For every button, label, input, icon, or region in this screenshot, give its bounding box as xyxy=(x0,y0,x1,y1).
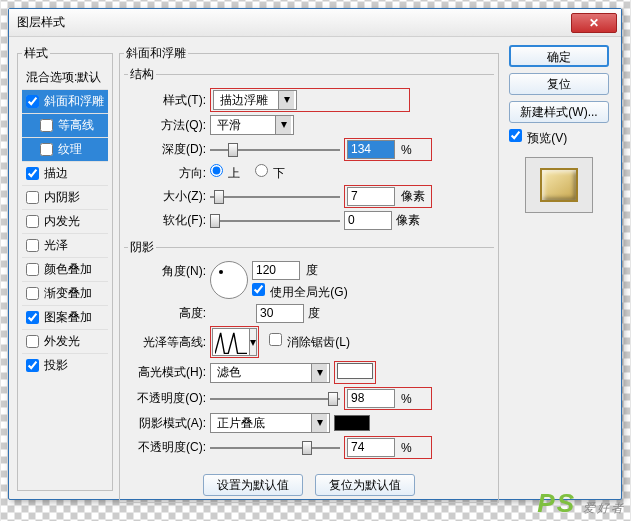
styles-list: 混合选项:默认斜面和浮雕等高线纹理描边内阴影内发光光泽颜色叠加渐变叠加图案叠加外… xyxy=(22,66,108,377)
layer-style-dialog: 图层样式 ✕ 样式 混合选项:默认斜面和浮雕等高线纹理描边内阴影内发光光泽颜色叠… xyxy=(8,8,622,500)
style-label: 样式(T): xyxy=(128,92,206,109)
dialog-title: 图层样式 xyxy=(17,14,571,31)
highlight-opacity-slider[interactable] xyxy=(210,390,340,408)
style-item-checkbox[interactable] xyxy=(40,143,53,156)
style-item-checkbox[interactable] xyxy=(26,335,39,348)
technique-dropdown[interactable]: 平滑 ▾ xyxy=(210,115,294,135)
direction-down-radio[interactable]: 下 xyxy=(255,164,285,182)
style-item-checkbox[interactable] xyxy=(26,215,39,228)
style-item-label: 纹理 xyxy=(58,141,82,158)
style-item[interactable]: 斜面和浮雕 xyxy=(22,89,108,113)
style-item[interactable]: 投影 xyxy=(22,353,108,377)
style-item-label: 描边 xyxy=(44,165,68,182)
global-light-checkbox[interactable]: 使用全局光(G) xyxy=(252,283,348,301)
style-item[interactable]: 内发光 xyxy=(22,209,108,233)
antialias-checkbox[interactable]: 消除锯齿(L) xyxy=(269,333,350,351)
make-default-button[interactable]: 设置为默认值 xyxy=(203,474,303,496)
style-item-label: 颜色叠加 xyxy=(44,261,92,278)
soften-label: 软化(F): xyxy=(128,212,206,229)
ok-button[interactable]: 确定 xyxy=(509,45,609,67)
shadow-mode-label: 阴影模式(A): xyxy=(128,415,206,432)
altitude-unit: 度 xyxy=(308,305,320,322)
highlight-mode-dropdown[interactable]: 滤色 ▾ xyxy=(210,363,330,383)
soften-slider[interactable] xyxy=(210,212,340,230)
highlight-color-swatch[interactable] xyxy=(337,363,373,379)
cancel-button[interactable]: 复位 xyxy=(509,73,609,95)
style-item[interactable]: 渐变叠加 xyxy=(22,281,108,305)
style-item-checkbox[interactable] xyxy=(26,95,39,108)
shadow-opacity-unit: % xyxy=(401,441,429,455)
highlight-opacity-label: 不透明度(O): xyxy=(128,390,206,407)
bevel-panel: 斜面和浮雕 结构 样式(T): 描边浮雕 ▾ xyxy=(119,45,499,503)
style-item-label: 斜面和浮雕 xyxy=(44,93,104,110)
depth-unit: % xyxy=(401,143,429,157)
styles-legend: 样式 xyxy=(22,45,50,62)
angle-label: 角度(N): xyxy=(128,261,206,280)
style-dropdown[interactable]: 描边浮雕 ▾ xyxy=(213,90,297,110)
altitude-input[interactable]: 30 xyxy=(256,304,304,323)
chevron-down-icon: ▾ xyxy=(275,116,291,134)
shading-legend: 阴影 xyxy=(128,239,156,256)
style-item-checkbox[interactable] xyxy=(26,239,39,252)
style-item-label: 内阴影 xyxy=(44,189,80,206)
style-item-checkbox[interactable] xyxy=(26,311,39,324)
reset-default-button[interactable]: 复位为默认值 xyxy=(315,474,415,496)
style-item-checkbox[interactable] xyxy=(26,359,39,372)
shadow-color-swatch[interactable] xyxy=(334,415,370,431)
structure-legend: 结构 xyxy=(128,66,156,83)
styles-panel: 样式 混合选项:默认斜面和浮雕等高线纹理描边内阴影内发光光泽颜色叠加渐变叠加图案… xyxy=(17,45,113,491)
gloss-label: 光泽等高线: xyxy=(128,334,206,351)
preview-checkbox[interactable]: 预览(V) xyxy=(509,129,567,147)
style-item-checkbox[interactable] xyxy=(26,191,39,204)
highlight-opacity-unit: % xyxy=(401,392,429,406)
structure-group: 结构 样式(T): 描边浮雕 ▾ 方法(Q): xyxy=(124,66,494,235)
angle-input[interactable]: 120 xyxy=(252,261,300,280)
style-item[interactable]: 图案叠加 xyxy=(22,305,108,329)
style-item-label: 图案叠加 xyxy=(44,309,92,326)
style-item[interactable]: 描边 xyxy=(22,161,108,185)
preview-thumbnail xyxy=(525,157,593,213)
gloss-contour-picker[interactable] xyxy=(212,328,250,356)
style-item[interactable]: 等高线 xyxy=(22,113,108,137)
size-input[interactable]: 7 xyxy=(347,187,395,206)
chevron-down-icon: ▾ xyxy=(311,414,327,432)
style-item[interactable]: 颜色叠加 xyxy=(22,257,108,281)
style-item-checkbox[interactable] xyxy=(40,119,53,132)
highlight-mode-label: 高光模式(H): xyxy=(128,364,206,381)
bevel-legend: 斜面和浮雕 xyxy=(124,45,188,62)
size-unit: 像素 xyxy=(401,188,429,205)
close-button[interactable]: ✕ xyxy=(571,13,617,33)
depth-input[interactable]: 134 xyxy=(347,140,395,159)
altitude-label: 高度: xyxy=(128,305,206,322)
shadow-opacity-label: 不透明度(C): xyxy=(128,439,206,456)
chevron-down-icon[interactable]: ▾ xyxy=(250,328,257,356)
new-style-button[interactable]: 新建样式(W)... xyxy=(509,101,609,123)
style-item[interactable]: 光泽 xyxy=(22,233,108,257)
soften-input[interactable]: 0 xyxy=(344,211,392,230)
style-item-label: 光泽 xyxy=(44,237,68,254)
style-item[interactable]: 内阴影 xyxy=(22,185,108,209)
shadow-mode-dropdown[interactable]: 正片叠底 ▾ xyxy=(210,413,330,433)
blend-options-item[interactable]: 混合选项:默认 xyxy=(22,66,108,89)
soften-unit: 像素 xyxy=(396,212,424,229)
titlebar[interactable]: 图层样式 ✕ xyxy=(9,9,621,37)
style-item-label: 渐变叠加 xyxy=(44,285,92,302)
size-label: 大小(Z): xyxy=(128,188,206,205)
style-item-label: 外发光 xyxy=(44,333,80,350)
style-item-checkbox[interactable] xyxy=(26,263,39,276)
size-slider[interactable] xyxy=(210,188,340,206)
direction-label: 方向: xyxy=(128,165,206,182)
direction-up-radio[interactable]: 上 xyxy=(210,164,240,182)
shadow-opacity-input[interactable]: 74 xyxy=(347,438,395,457)
shadow-opacity-slider[interactable] xyxy=(210,439,340,457)
angle-dial[interactable] xyxy=(210,261,248,299)
watermark: PS 爱好者 xyxy=(537,488,625,519)
style-item[interactable]: 纹理 xyxy=(22,137,108,161)
depth-label: 深度(D): xyxy=(128,141,206,158)
depth-slider[interactable] xyxy=(210,141,340,159)
style-item[interactable]: 外发光 xyxy=(22,329,108,353)
style-item-label: 内发光 xyxy=(44,213,80,230)
style-item-checkbox[interactable] xyxy=(26,167,39,180)
highlight-opacity-input[interactable]: 98 xyxy=(347,389,395,408)
style-item-checkbox[interactable] xyxy=(26,287,39,300)
